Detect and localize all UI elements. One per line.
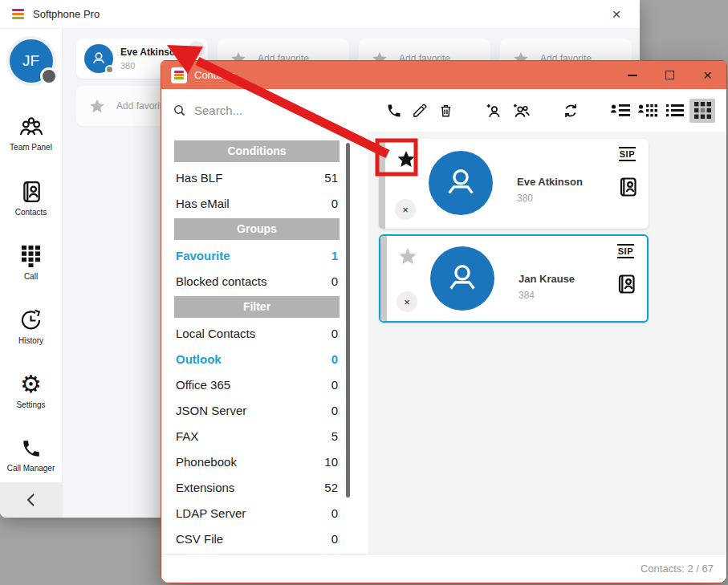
sidebar-collapse-button[interactable] (0, 482, 62, 518)
search-icon (173, 104, 187, 118)
favorite-name: Eve Atkinson (120, 47, 181, 58)
view-compact-grid-button[interactable] (635, 99, 661, 123)
filter-item-office-365[interactable]: Office 365 0 (174, 372, 340, 397)
minimize-button[interactable] (613, 61, 651, 89)
dialpad-icon (20, 245, 42, 267)
contact-number: 380 (517, 193, 533, 204)
filter-item-label: Phonebook (176, 455, 237, 469)
sidebar-item-settings[interactable]: ⚙ Settings (0, 359, 62, 423)
filter-item-phonebook[interactable]: Phonebook 10 (174, 449, 340, 474)
view-switcher (608, 99, 715, 123)
dialog-titlebar[interactable]: Contacts × (161, 61, 726, 89)
sidebar-item-label: Call Manager (7, 464, 55, 473)
gear-icon: ⚙ (20, 373, 42, 396)
sidebar-item-call[interactable]: Call (0, 230, 62, 295)
add-contact-button[interactable] (482, 99, 506, 123)
filter-item-label: Local Contacts (176, 327, 255, 340)
contact-card-eve-atkinson[interactable]: Eve Atkinson 380 × SIP (379, 139, 649, 229)
sidebar-item-call-manager[interactable]: Call Manager (0, 423, 62, 487)
filter-item-blocked-contacts[interactable]: Blocked contacts 0 (174, 268, 340, 294)
sidebar-item-contacts[interactable]: Contacts (0, 166, 62, 230)
sidebar-item-label: History (18, 336, 43, 345)
sync-contacts-button[interactable] (559, 99, 583, 123)
contact-details-icon[interactable] (618, 177, 638, 197)
filter-item-label: Extensions (176, 481, 234, 494)
remove-contact-button[interactable]: × (395, 199, 416, 220)
sidebar-item-history[interactable]: History (0, 295, 62, 359)
add-group-button[interactable] (509, 99, 533, 123)
search-box (173, 104, 361, 118)
filter-item-count: 0 (331, 274, 338, 288)
dialog-title: Contacts (194, 69, 235, 81)
filter-item-csv-file[interactable]: CSV File 0 (174, 526, 340, 551)
minimize-icon (628, 75, 637, 76)
filter-item-count: 0 (331, 506, 338, 520)
user-avatar[interactable]: JF (10, 39, 53, 83)
contact-name: Jan Krause (519, 273, 575, 285)
filter-item-count: 0 (331, 404, 338, 417)
edit-contact-button[interactable] (408, 99, 432, 123)
filter-item-extensions[interactable]: Extensions 52 (174, 474, 340, 500)
favorite-star-button[interactable] (397, 149, 416, 169)
delete-contact-button[interactable] (433, 99, 458, 123)
call-contact-button[interactable] (382, 99, 406, 123)
filter-section-conditions: Conditions (174, 140, 340, 162)
filter-item-count: 51 (324, 171, 338, 185)
search-input[interactable] (194, 104, 331, 117)
filter-item-count: 1 (331, 249, 338, 262)
filter-item-count: 0 (331, 197, 338, 210)
filter-item-has-blf[interactable]: Has BLF 51 (174, 165, 340, 190)
contact-avatar (84, 44, 113, 73)
view-grid-button[interactable] (689, 99, 715, 123)
filter-item-fax[interactable]: FAX 5 (174, 423, 340, 449)
main-close-button[interactable]: × (605, 6, 628, 22)
sidebar-item-team-panel[interactable]: Team Panel (0, 102, 62, 166)
dialog-window-controls: × (613, 61, 726, 89)
dialog-close-button[interactable]: × (689, 61, 726, 89)
remove-favorite-button[interactable]: × (189, 41, 204, 56)
filter-item-label: Outlook (176, 352, 222, 366)
presence-dot (40, 67, 58, 85)
phone-handset-icon (21, 438, 42, 459)
filter-item-label: LDAP Server (176, 506, 246, 520)
filter-item-ldap-server[interactable]: LDAP Server 0 (174, 500, 340, 526)
filter-item-count: 0 (331, 327, 338, 340)
filter-item-label: CSV File (176, 532, 223, 546)
filter-item-count: 0 (331, 532, 338, 546)
filter-item-favourite[interactable]: Favourite 1 (174, 242, 340, 268)
maximize-button[interactable] (651, 61, 689, 89)
filter-panel: Conditions Has BLF 51 Has eMail 0 Groups… (161, 132, 368, 554)
contact-card-jan-krause[interactable]: Jan Krause 384 × SIP (379, 234, 649, 323)
filter-item-count: 52 (324, 481, 338, 494)
filter-scrollbar[interactable] (346, 143, 350, 498)
filter-item-has-email[interactable]: Has eMail 0 (174, 190, 340, 216)
filter-section-groups: Groups (174, 218, 340, 240)
sidebar-item-label: Settings (16, 400, 45, 409)
remove-contact-button[interactable]: × (397, 291, 417, 312)
star-icon (89, 98, 105, 114)
favorite-star-button[interactable] (398, 246, 417, 266)
filter-item-local-contacts[interactable]: Local Contacts 0 (174, 320, 340, 346)
contact-avatar (429, 151, 493, 215)
contacts-icon (21, 181, 42, 203)
sidebar-item-label: Team Panel (10, 143, 52, 152)
desktop: { "main_window": { "title": "Softphone P… (0, 0, 728, 585)
blf-status-strip (379, 139, 385, 229)
contact-details-icon[interactable] (616, 274, 636, 295)
main-titlebar: Softphone Pro × (0, 0, 640, 29)
view-detail-list-button[interactable] (608, 99, 633, 123)
filter-item-json-server[interactable]: JSON Server 0 (174, 397, 340, 423)
filter-item-outlook[interactable]: Outlook 0 (174, 346, 340, 372)
contact-list: Eve Atkinson 380 × SIP (368, 132, 726, 554)
dialog-body: Conditions Has BLF 51 Has eMail 0 Groups… (161, 132, 726, 554)
view-list-button[interactable] (662, 99, 688, 123)
app-logo-icon (174, 71, 184, 79)
filter-item-label: Has eMail (176, 197, 230, 210)
filter-item-count: 0 (331, 352, 338, 366)
contact-number: 384 (519, 290, 535, 301)
main-window-title: Softphone Pro (33, 8, 100, 20)
contact-name: Eve Atkinson (517, 176, 583, 188)
sidebar-item-label: Call (24, 272, 38, 281)
filter-item-label: Office 365 (176, 378, 230, 392)
sip-badge: SIP (619, 147, 636, 161)
